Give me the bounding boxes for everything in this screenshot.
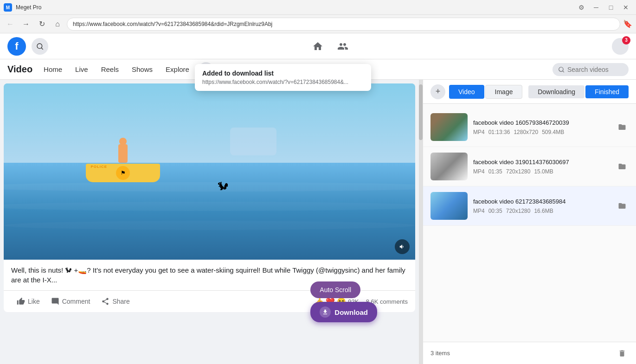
item-name-3: facebook video 621723843685984	[473, 198, 610, 205]
item-resolution-1: 1280x720	[514, 129, 538, 135]
bg-element	[230, 128, 276, 155]
main-area: f 3 Added to download list https://www.	[0, 33, 636, 364]
app-title: Meget Pro	[16, 4, 575, 11]
thumbnail-2	[430, 153, 468, 180]
item-format-3: MP4	[473, 208, 485, 214]
finished-tab[interactable]: Finished	[585, 85, 629, 98]
like-label: Like	[28, 298, 40, 305]
downloading-tab[interactable]: Downloading	[528, 85, 585, 98]
svg-line-5	[563, 70, 564, 72]
window-controls: ⚙ ─ □ ✕	[575, 3, 632, 12]
download-button[interactable]: Download	[310, 302, 377, 322]
item-name-1: facebook video 1605793846720039	[473, 119, 610, 126]
download-list[interactable]: facebook video 1605793846720039 MP4 01:1…	[423, 104, 636, 342]
sky-area	[4, 83, 415, 163]
wave-3	[4, 221, 415, 230]
download-item[interactable]: facebook video 3190114376030697 MP4 01:3…	[423, 147, 636, 186]
fb-scrollbar-thumb[interactable]	[419, 84, 423, 140]
video-section-title: Video	[7, 64, 32, 75]
app-icon: M	[4, 3, 12, 12]
water-area	[4, 163, 415, 260]
fb-nav-people[interactable]	[331, 38, 354, 55]
open-folder-button-2[interactable]	[616, 160, 629, 173]
home-button[interactable]: ⌂	[51, 18, 64, 31]
fb-nav-home[interactable]	[306, 38, 329, 55]
share-button[interactable]: Share	[96, 294, 135, 308]
video-thumbnail: POLICE ⚑ 🐿	[4, 83, 415, 260]
delete-all-button[interactable]	[616, 347, 629, 360]
item-size-3: 16.6MB	[534, 208, 553, 214]
forward-button[interactable]: →	[19, 18, 32, 31]
person-head	[119, 138, 127, 145]
item-resolution-2: 720x1280	[506, 168, 531, 175]
item-format-2: MP4	[473, 168, 485, 175]
download-icon	[320, 307, 331, 318]
address-bar[interactable]: https://www.facebook.com/watch/?v=621723…	[67, 18, 620, 31]
titlebar: M Meget Pro ⚙ ─ □ ✕	[0, 0, 636, 15]
item-meta-3: MP4 00:35 720x1280 16.6MB	[473, 208, 610, 214]
main-feed[interactable]: POLICE ⚑ 🐿	[0, 80, 419, 364]
video-nav-home[interactable]: Home	[38, 63, 68, 76]
item-format-1: MP4	[473, 129, 485, 135]
image-tab[interactable]: Image	[485, 85, 523, 99]
minimize-button[interactable]: ─	[590, 3, 603, 12]
item-duration-3: 00:35	[488, 208, 502, 214]
boat-text: POLICE	[90, 165, 107, 169]
video-search[interactable]	[552, 63, 629, 76]
volume-button[interactable]	[395, 239, 410, 254]
like-button[interactable]: Like	[11, 294, 45, 308]
boat-container: POLICE ⚑	[86, 144, 160, 182]
facebook-logo: f	[7, 37, 26, 56]
bookmark-icon[interactable]: 🔖	[623, 19, 632, 28]
settings-button[interactable]: ⚙	[575, 3, 588, 12]
fb-scrollbar[interactable]	[419, 80, 423, 364]
share-label: Share	[112, 298, 129, 305]
maximize-button[interactable]: □	[604, 3, 617, 12]
close-button[interactable]: ✕	[619, 3, 632, 12]
status-tabs: Downloading Finished	[528, 85, 629, 98]
boat-body: POLICE ⚑	[86, 164, 160, 182]
download-label: Download	[334, 308, 368, 316]
wave-1	[4, 182, 415, 192]
item-duration-2: 01:35	[488, 168, 502, 175]
video-tab[interactable]: Video	[449, 85, 484, 99]
auto-scroll-label: Auto Scroll	[320, 286, 351, 294]
thumbnail-1	[430, 113, 468, 141]
video-post: POLICE ⚑ 🐿	[4, 83, 415, 312]
browser-toolbar: ← → ↻ ⌂ https://www.facebook.com/watch/?…	[0, 15, 636, 33]
squirrel-figure: 🐿	[218, 180, 229, 193]
open-folder-button-3[interactable]	[616, 199, 629, 212]
video-nav-live[interactable]: Live	[70, 63, 94, 76]
item-info-3: facebook video 621723843685984 MP4 00:35…	[473, 198, 610, 214]
video-scene: POLICE ⚑ 🐿	[4, 83, 415, 260]
open-folder-button-1[interactable]	[616, 121, 629, 134]
video-nav-explore[interactable]: Explore	[160, 63, 195, 76]
comment-label: Comment	[62, 298, 90, 305]
boat-emblem: ⚑	[116, 166, 130, 180]
comment-button[interactable]: Comment	[45, 294, 96, 308]
toast-url: https://www.facebook.com/watch/?v=621723…	[202, 79, 364, 85]
items-count: 3 items	[430, 350, 450, 357]
video-nav-reels[interactable]: Reels	[96, 63, 124, 76]
video-nav-shows[interactable]: Shows	[126, 63, 158, 76]
facebook-content: f 3 Added to download list https://www.	[0, 33, 636, 364]
refresh-button[interactable]: ↻	[35, 18, 48, 31]
panel-footer: 3 items	[423, 342, 636, 364]
add-button[interactable]: +	[430, 84, 445, 99]
content-area: POLICE ⚑ 🐿	[0, 80, 636, 364]
item-duration-1: 01:13:36	[488, 129, 510, 135]
download-item[interactable]: facebook video 1605793846720039 MP4 01:1…	[423, 108, 636, 147]
facebook-nav	[54, 38, 606, 55]
notification-badge: 3	[622, 36, 630, 45]
fb-nav-avatar-container: 3	[612, 38, 629, 55]
download-item[interactable]: facebook video 621723843685984 MP4 00:35…	[423, 186, 636, 226]
url-text: https://www.facebook.com/watch/?v=621723…	[73, 21, 614, 27]
item-info-1: facebook video 1605793846720039 MP4 01:1…	[473, 119, 610, 135]
search-input[interactable]	[567, 66, 623, 73]
facebook-search-button[interactable]	[32, 38, 48, 55]
svg-line-3	[41, 48, 43, 50]
floating-buttons: Auto Scroll Download	[310, 281, 377, 322]
back-button[interactable]: ←	[4, 18, 17, 31]
item-size-2: 15.0MB	[534, 168, 553, 175]
auto-scroll-button[interactable]: Auto Scroll	[310, 281, 360, 298]
